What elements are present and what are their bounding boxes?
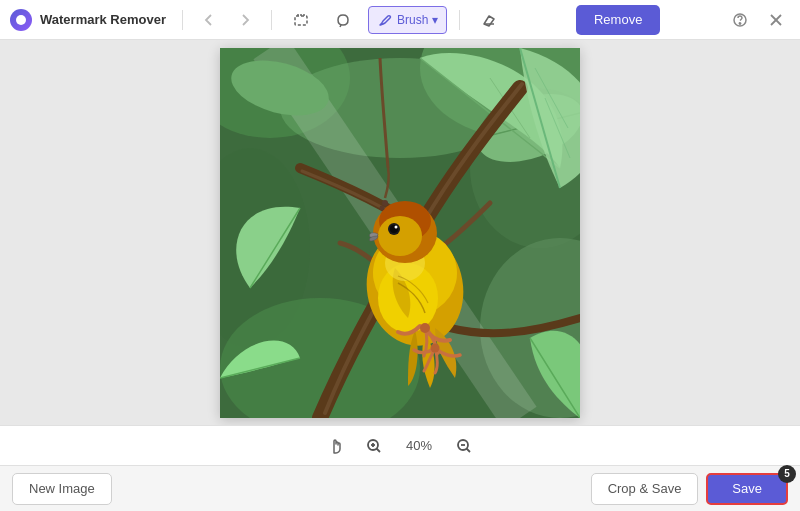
svg-line-51 xyxy=(467,448,471,452)
brush-dropdown-icon: ▾ xyxy=(432,13,438,27)
remove-button[interactable]: Remove xyxy=(576,5,660,35)
help-button[interactable] xyxy=(726,6,754,34)
svg-point-6 xyxy=(739,22,740,23)
app-logo xyxy=(10,9,32,31)
eraser-tool-button[interactable] xyxy=(472,6,506,34)
save-button-wrapper: Save 5 xyxy=(706,473,788,505)
forward-button[interactable] xyxy=(231,6,259,34)
back-button[interactable] xyxy=(195,6,223,34)
new-image-button[interactable]: New Image xyxy=(12,473,112,505)
toolbar-divider-1 xyxy=(182,10,183,30)
app-title: Watermark Remover xyxy=(40,12,166,27)
canvas-area[interactable] xyxy=(0,40,800,425)
svg-rect-0 xyxy=(295,16,307,25)
title-bar: Watermark Remover Brush ▾ xyxy=(0,0,800,40)
save-badge: 5 xyxy=(778,465,796,483)
svg-point-45 xyxy=(380,205,385,210)
svg-line-47 xyxy=(377,448,381,452)
zoom-bar: 40% xyxy=(0,425,800,465)
svg-point-38 xyxy=(420,323,430,333)
hand-tool-button[interactable] xyxy=(323,433,349,459)
selection-tool-button[interactable] xyxy=(284,6,318,34)
save-button[interactable]: Save xyxy=(706,473,788,505)
toolbar-divider-2 xyxy=(271,10,272,30)
footer-bar: New Image Crop & Save Save 5 xyxy=(0,465,800,511)
lasso-tool-button[interactable] xyxy=(326,6,360,34)
zoom-out-button[interactable] xyxy=(451,433,477,459)
toolbar-divider-3 xyxy=(459,10,460,30)
brush-label: Brush xyxy=(397,13,428,27)
image-container xyxy=(220,48,580,418)
svg-point-39 xyxy=(431,343,440,352)
brush-tool-button[interactable]: Brush ▾ xyxy=(368,6,447,34)
bird-image xyxy=(220,48,580,418)
crop-save-button[interactable]: Crop & Save xyxy=(591,473,699,505)
zoom-in-button[interactable] xyxy=(361,433,387,459)
svg-point-37 xyxy=(395,225,398,228)
svg-point-44 xyxy=(382,200,388,206)
svg-point-34 xyxy=(378,216,422,256)
close-button[interactable] xyxy=(762,6,790,34)
zoom-percent: 40% xyxy=(399,438,439,453)
